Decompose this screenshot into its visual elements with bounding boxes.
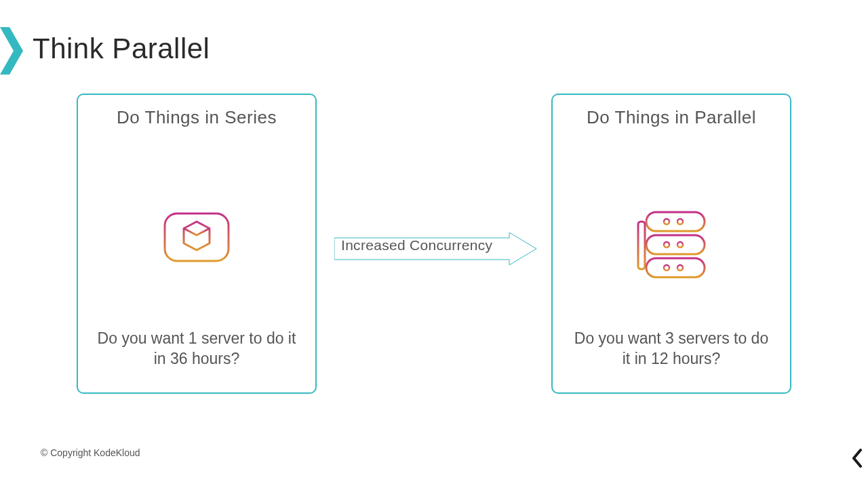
copyright-text: © Copyright KodeKloud (41, 447, 140, 458)
svg-rect-6 (638, 222, 645, 269)
nav-back-button[interactable] (850, 449, 864, 468)
svg-point-12 (664, 242, 669, 247)
card-parallel-question: Do you want 3 servers to do it in 12 hou… (565, 329, 778, 376)
svg-point-11 (677, 219, 683, 224)
card-series-question: Do you want 1 server to do it in 36 hour… (90, 329, 303, 376)
title-chevron-icon (0, 27, 23, 75)
svg-rect-8 (646, 235, 705, 254)
concurrency-arrow-label: Increased Concurrency (341, 237, 492, 253)
svg-point-14 (664, 265, 669, 270)
svg-point-15 (677, 265, 683, 270)
svg-point-10 (664, 219, 669, 224)
server-stack-icon (634, 209, 709, 284)
svg-rect-9 (646, 258, 705, 277)
svg-point-13 (677, 242, 683, 247)
card-series: Do Things in Series Do you want 1 server… (77, 94, 317, 394)
monitor-cube-icon (159, 209, 234, 280)
page-title: Think Parallel (33, 33, 210, 65)
svg-rect-7 (646, 212, 705, 231)
card-series-title: Do Things in Series (117, 107, 277, 128)
card-parallel: Do Things in Parallel Do you want 3 s (551, 94, 791, 394)
svg-marker-0 (0, 27, 23, 75)
card-parallel-title: Do Things in Parallel (587, 107, 756, 128)
